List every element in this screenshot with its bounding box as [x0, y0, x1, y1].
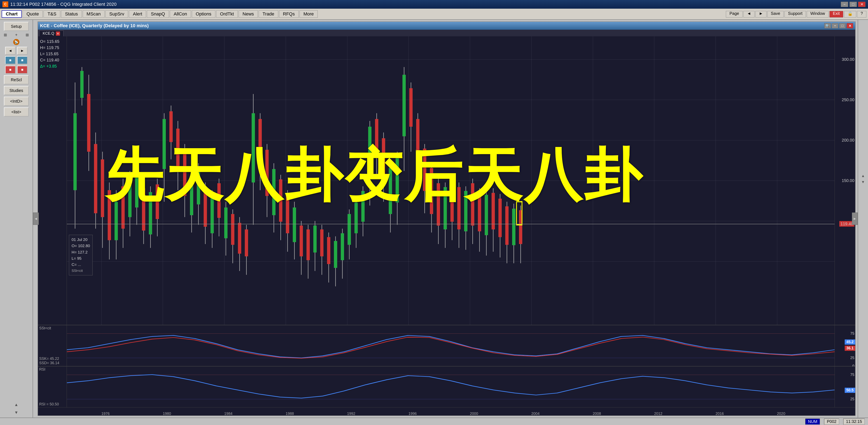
svg-rect-47: [231, 214, 234, 244]
svg-rect-87: [368, 127, 372, 177]
left-axis: O= 115.65 H= 119.75 L= 115.65 C= 119.40 …: [38, 36, 67, 325]
menu-news[interactable]: News: [239, 10, 258, 18]
x-label-2000: 2000: [470, 412, 478, 416]
x-label-1988: 1988: [286, 412, 294, 416]
chart-nav-right[interactable]: ►: [852, 212, 858, 225]
ohlc-info: O= 115.65 H= 119.75 L= 115.65 C= 119.40 …: [40, 38, 59, 69]
icon-right-3[interactable]: ■: [17, 66, 27, 73]
right-up-arrow[interactable]: ▲: [861, 173, 866, 178]
svg-rect-65: [293, 207, 296, 242]
svg-rect-31: [176, 129, 180, 167]
up-arrow-icon[interactable]: ▲: [13, 401, 20, 408]
chart-tab-close[interactable]: ✕: [56, 32, 60, 36]
status-num: NUM: [805, 419, 820, 425]
studies-button[interactable]: Studies: [4, 86, 29, 95]
chart-close-btn[interactable]: ✕: [846, 23, 853, 28]
down-arrow-icon[interactable]: ▼: [13, 409, 20, 416]
chart-tab-kce[interactable]: KCE.Q ✕: [39, 31, 64, 36]
svg-rect-29: [169, 111, 173, 142]
nav-dot-left[interactable]: [4, 34, 7, 36]
svg-rect-93: [389, 168, 392, 214]
popup-sstch: SSt<cit: [71, 268, 90, 273]
chart-tabs: KCE.Q ✕: [38, 30, 855, 36]
menu-rfqs[interactable]: RFQs: [279, 10, 299, 18]
icon-left-3[interactable]: ■: [5, 66, 16, 73]
icon-right-2[interactable]: ■: [17, 56, 27, 64]
menu-status[interactable]: Status: [61, 10, 82, 18]
svg-rect-7: [94, 144, 97, 213]
x-label-2012: 2012: [654, 412, 662, 416]
svg-rect-51: [245, 229, 248, 256]
svg-rect-41: [211, 195, 214, 233]
svg-rect-117: [471, 183, 474, 226]
svg-rect-91: [382, 138, 385, 181]
rsi-left-axis: RSI RSI = 50.50: [38, 366, 67, 407]
menu-more[interactable]: More: [300, 10, 318, 18]
nav-dot-right[interactable]: [26, 34, 29, 36]
chart-minimize-btn[interactable]: −: [832, 23, 838, 28]
next-page-button[interactable]: ►: [755, 11, 767, 18]
rsi-badge: 50.5: [845, 388, 855, 393]
rsi-value-label: RSI = 50.50: [39, 402, 59, 406]
chart-nav-left[interactable]: ◄: [33, 212, 39, 225]
window-button[interactable]: Window: [807, 11, 828, 18]
sidebar-nav: ▲ ▼: [13, 401, 20, 416]
svg-rect-115: [464, 191, 467, 231]
svg-rect-27: [162, 119, 166, 169]
svg-rect-101: [416, 119, 420, 161]
menu-alert[interactable]: Alert: [129, 10, 146, 18]
prev-page-button[interactable]: ◄: [743, 11, 754, 18]
icon-left-1[interactable]: ◄: [5, 47, 16, 55]
menu-trade[interactable]: Trade: [259, 10, 278, 18]
svg-rect-99: [409, 88, 412, 127]
lock-button[interactable]: 🔒: [844, 11, 856, 18]
stoch-level-25: 25: [850, 356, 855, 360]
chart-window: KCE - Coffee (ICE), Quarterly (Delayed b…: [37, 22, 856, 416]
menu-chart[interactable]: Chart: [2, 10, 22, 18]
menu-ordtkt[interactable]: OrdTkt: [216, 10, 238, 18]
icon-left-2[interactable]: ■: [5, 56, 16, 64]
menu-snapq[interactable]: SnapQ: [147, 10, 169, 18]
menu-ts[interactable]: T&S: [43, 10, 60, 18]
menu-bar: Chart Quote T&S Status MScan SupSrv Aler…: [0, 9, 868, 20]
icon-row-2: ■ ■: [5, 56, 27, 64]
svg-rect-71: [313, 226, 317, 253]
rsi-level-25: 25: [850, 397, 855, 401]
exit-button[interactable]: Exit: [830, 11, 843, 18]
x-label-1980: 1980: [163, 412, 171, 416]
right-down-arrow[interactable]: ▼: [861, 179, 866, 185]
menu-allcon[interactable]: AllCon: [170, 10, 191, 18]
svg-rect-107: [437, 183, 440, 226]
menu-supsrv[interactable]: SupSrv: [105, 10, 128, 18]
chart-title: KCE - Coffee (ICE), Quarterly (Delayed b…: [40, 23, 824, 28]
chart-body: O= 115.65 H= 119.75 L= 115.65 C= 119.40 …: [38, 36, 855, 416]
menu-options[interactable]: Options: [192, 10, 215, 18]
minimize-button[interactable]: −: [841, 2, 848, 7]
list-button[interactable]: <list>: [4, 107, 29, 117]
menu-quote[interactable]: Quote: [23, 10, 43, 18]
intd-button[interactable]: <IntD>: [4, 97, 29, 106]
svg-rect-121: [485, 195, 488, 235]
icon-row-3: ■ ■: [5, 66, 27, 73]
price-200: 200.00: [842, 138, 855, 143]
rescl-button[interactable]: ReScl: [4, 75, 29, 84]
svg-rect-119: [478, 193, 481, 231]
right-sidebar: ▲ ▼: [858, 20, 868, 418]
icon-right-1[interactable]: ►: [17, 47, 27, 55]
close-button[interactable]: ✕: [858, 2, 866, 7]
page-button[interactable]: Page: [726, 11, 743, 18]
save-button[interactable]: Save: [767, 11, 784, 18]
svg-rect-49: [238, 223, 241, 254]
popup-info: 01 Jul 20 O= 102.80 H= 127.2 L= 95 C= ..…: [69, 235, 93, 275]
help-button[interactable]: ?: [857, 11, 866, 18]
maximize-button[interactable]: □: [849, 2, 857, 7]
chart-restore-btn[interactable]: □: [839, 23, 846, 28]
setup-button[interactable]: Setup: [4, 22, 29, 31]
menu-mscan[interactable]: MScan: [83, 10, 104, 18]
svg-rect-19: [135, 169, 138, 207]
svg-rect-85: [362, 191, 365, 222]
support-button[interactable]: Support: [784, 11, 806, 18]
rsi-values: RSI = 50.50: [39, 402, 59, 406]
svg-rect-73: [320, 229, 323, 256]
chart-search-btn[interactable]: 🔍: [824, 23, 831, 28]
